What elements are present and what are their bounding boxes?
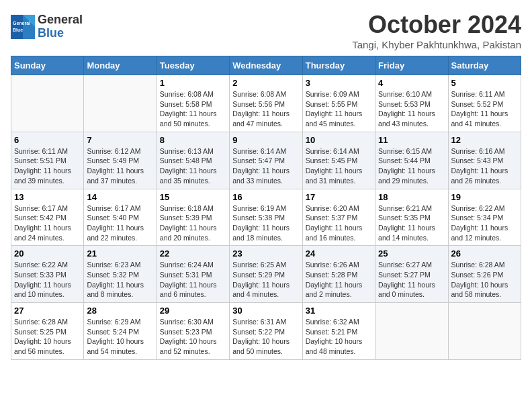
day-info: Sunrise: 6:10 AMSunset: 5:53 PMDaylight:… [378,89,445,129]
calendar-cell: 14Sunrise: 6:17 AMSunset: 5:40 PMDayligh… [84,189,157,246]
calendar-cell: 6Sunrise: 6:11 AMSunset: 5:51 PMDaylight… [11,132,84,189]
day-info: Sunrise: 6:17 AMSunset: 5:40 PMDaylight:… [87,203,153,243]
day-info: Sunrise: 6:11 AMSunset: 5:52 PMDaylight:… [451,89,518,129]
day-info: Sunrise: 6:26 AMSunset: 5:28 PMDaylight:… [306,260,372,300]
day-number: 19 [451,192,518,202]
day-info: Sunrise: 6:27 AMSunset: 5:27 PMDaylight:… [378,260,445,300]
day-number: 22 [160,248,226,259]
calendar-cell: 25Sunrise: 6:27 AMSunset: 5:27 PMDayligh… [375,246,448,303]
day-number: 17 [306,192,372,202]
calendar-cell: 31Sunrise: 6:32 AMSunset: 5:21 PMDayligh… [302,303,375,360]
day-number: 10 [306,135,372,145]
calendar-cell: 9Sunrise: 6:14 AMSunset: 5:47 PMDaylight… [230,132,302,189]
calendar-cell: 12Sunrise: 6:16 AMSunset: 5:43 PMDayligh… [448,132,521,189]
svg-rect-1 [11,15,23,39]
day-number: 28 [87,306,153,316]
title-block: October 2024 Tangi, Khyber Pakhtunkhwa, … [352,11,521,50]
calendar-cell: 21Sunrise: 6:23 AMSunset: 5:32 PMDayligh… [84,246,157,303]
calendar-cell: 17Sunrise: 6:20 AMSunset: 5:37 PMDayligh… [302,189,375,246]
weekday-header-saturday: Saturday [448,56,521,75]
calendar-cell: 16Sunrise: 6:19 AMSunset: 5:38 PMDayligh… [230,189,302,246]
calendar-cell: 27Sunrise: 6:28 AMSunset: 5:25 PMDayligh… [11,303,84,360]
weekday-header-wednesday: Wednesday [230,56,302,75]
day-number: 2 [232,78,299,88]
calendar-cell: 24Sunrise: 6:26 AMSunset: 5:28 PMDayligh… [302,246,375,303]
day-number: 27 [14,306,81,316]
calendar-cell: 4Sunrise: 6:10 AMSunset: 5:53 PMDaylight… [375,75,448,132]
calendar-cell [11,75,84,132]
location-subtitle: Tangi, Khyber Pakhtunkhwa, Pakistan [352,39,521,50]
day-number: 24 [306,248,372,259]
day-number: 16 [232,192,299,202]
calendar-cell: 3Sunrise: 6:09 AMSunset: 5:55 PMDaylight… [302,75,375,132]
calendar-cell: 5Sunrise: 6:11 AMSunset: 5:52 PMDaylight… [448,75,521,132]
calendar-week-row: 13Sunrise: 6:17 AMSunset: 5:42 PMDayligh… [11,189,521,246]
day-info: Sunrise: 6:17 AMSunset: 5:42 PMDaylight:… [14,203,81,243]
day-number: 1 [160,78,226,88]
weekday-header-row: SundayMondayTuesdayWednesdayThursdayFrid… [11,56,521,75]
svg-text:General: General [13,21,30,26]
day-info: Sunrise: 6:14 AMSunset: 5:45 PMDaylight:… [306,146,372,186]
day-number: 9 [232,135,299,145]
calendar-week-row: 1Sunrise: 6:08 AMSunset: 5:58 PMDaylight… [11,75,521,132]
calendar-cell: 8Sunrise: 6:13 AMSunset: 5:48 PMDaylight… [157,132,229,189]
calendar-cell: 1Sunrise: 6:08 AMSunset: 5:58 PMDaylight… [157,75,229,132]
day-number: 4 [378,78,445,88]
day-number: 6 [14,135,81,145]
logo: General Blue General Blue [11,13,83,40]
day-number: 5 [451,78,518,88]
day-info: Sunrise: 6:21 AMSunset: 5:35 PMDaylight:… [378,203,445,243]
calendar-cell: 19Sunrise: 6:22 AMSunset: 5:34 PMDayligh… [448,189,521,246]
calendar-cell: 22Sunrise: 6:24 AMSunset: 5:31 PMDayligh… [157,246,229,303]
svg-text:Blue: Blue [13,28,23,32]
calendar-cell [448,303,521,360]
day-number: 25 [378,248,445,259]
day-number: 18 [378,192,445,202]
calendar-cell: 13Sunrise: 6:17 AMSunset: 5:42 PMDayligh… [11,189,84,246]
day-info: Sunrise: 6:22 AMSunset: 5:34 PMDaylight:… [451,203,518,243]
calendar-cell: 18Sunrise: 6:21 AMSunset: 5:35 PMDayligh… [375,189,448,246]
calendar-cell: 2Sunrise: 6:08 AMSunset: 5:56 PMDaylight… [230,75,302,132]
day-number: 21 [87,248,153,259]
day-info: Sunrise: 6:14 AMSunset: 5:47 PMDaylight:… [232,146,299,186]
day-info: Sunrise: 6:32 AMSunset: 5:21 PMDaylight:… [306,317,372,357]
day-info: Sunrise: 6:08 AMSunset: 5:56 PMDaylight:… [232,89,299,129]
calendar-cell: 10Sunrise: 6:14 AMSunset: 5:45 PMDayligh… [302,132,375,189]
month-title: October 2024 [352,11,521,39]
page-header: General Blue General Blue October 2024 T… [11,11,521,50]
day-info: Sunrise: 6:13 AMSunset: 5:48 PMDaylight:… [160,146,226,186]
weekday-header-friday: Friday [375,56,448,75]
calendar-cell [375,303,448,360]
day-info: Sunrise: 6:18 AMSunset: 5:39 PMDaylight:… [160,203,226,243]
logo-general-text: General [38,13,83,27]
calendar-cell: 29Sunrise: 6:30 AMSunset: 5:23 PMDayligh… [157,303,229,360]
day-number: 3 [306,78,372,88]
day-info: Sunrise: 6:31 AMSunset: 5:22 PMDaylight:… [232,317,299,357]
day-info: Sunrise: 6:15 AMSunset: 5:44 PMDaylight:… [378,146,445,186]
calendar-week-row: 20Sunrise: 6:22 AMSunset: 5:33 PMDayligh… [11,246,521,303]
day-number: 11 [378,135,445,145]
day-info: Sunrise: 6:19 AMSunset: 5:38 PMDaylight:… [232,203,299,243]
day-info: Sunrise: 6:09 AMSunset: 5:55 PMDaylight:… [306,89,372,129]
logo-blue-text: Blue [38,27,83,40]
calendar-table: SundayMondayTuesdayWednesdayThursdayFrid… [11,56,521,360]
day-number: 31 [306,306,372,316]
day-number: 30 [232,306,299,316]
day-info: Sunrise: 6:29 AMSunset: 5:24 PMDaylight:… [87,317,153,357]
calendar-cell: 28Sunrise: 6:29 AMSunset: 5:24 PMDayligh… [84,303,157,360]
day-info: Sunrise: 6:08 AMSunset: 5:58 PMDaylight:… [160,89,226,129]
day-info: Sunrise: 6:12 AMSunset: 5:49 PMDaylight:… [87,146,153,186]
day-number: 23 [232,248,299,259]
day-number: 14 [87,192,153,202]
calendar-cell: 30Sunrise: 6:31 AMSunset: 5:22 PMDayligh… [230,303,302,360]
day-info: Sunrise: 6:20 AMSunset: 5:37 PMDaylight:… [306,203,372,243]
day-info: Sunrise: 6:25 AMSunset: 5:29 PMDaylight:… [232,260,299,300]
weekday-header-thursday: Thursday [302,56,375,75]
calendar-week-row: 27Sunrise: 6:28 AMSunset: 5:25 PMDayligh… [11,303,521,360]
calendar-week-row: 6Sunrise: 6:11 AMSunset: 5:51 PMDaylight… [11,132,521,189]
weekday-header-sunday: Sunday [11,56,84,75]
calendar-cell: 11Sunrise: 6:15 AMSunset: 5:44 PMDayligh… [375,132,448,189]
day-number: 15 [160,192,226,202]
calendar-cell: 20Sunrise: 6:22 AMSunset: 5:33 PMDayligh… [11,246,84,303]
day-number: 13 [14,192,81,202]
